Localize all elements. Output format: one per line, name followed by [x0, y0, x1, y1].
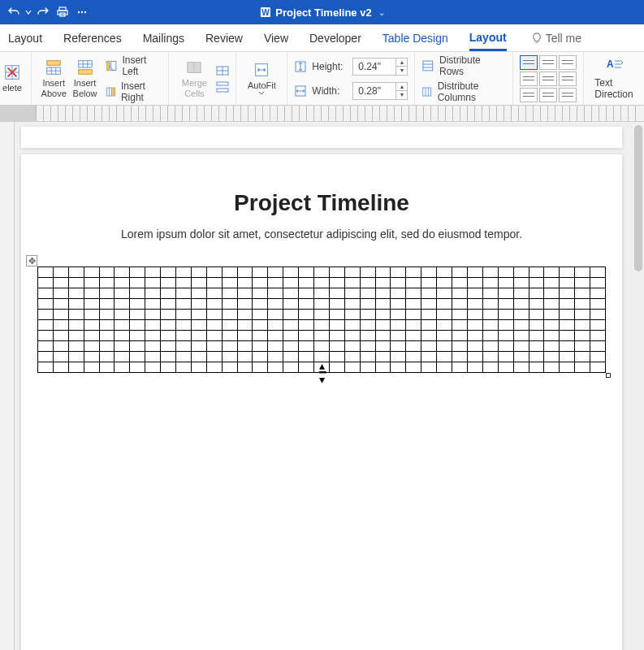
- table-cell[interactable]: [498, 288, 513, 299]
- table-cell[interactable]: [206, 299, 222, 310]
- table-cell[interactable]: [575, 278, 590, 288]
- table-cell[interactable]: [544, 288, 560, 299]
- table-cell[interactable]: [115, 310, 130, 320]
- table-cell[interactable]: [253, 267, 268, 278]
- table-cell[interactable]: [375, 341, 391, 352]
- table-cell[interactable]: [176, 320, 192, 331]
- table-cell[interactable]: [99, 320, 115, 331]
- table-cell[interactable]: [375, 362, 391, 373]
- table-cell[interactable]: [406, 331, 421, 341]
- table-cell[interactable]: [560, 299, 575, 310]
- table-cell[interactable]: [268, 310, 283, 320]
- table-cell[interactable]: [513, 320, 529, 331]
- table-cell[interactable]: [222, 288, 237, 299]
- table-cell[interactable]: [421, 362, 437, 373]
- table-cell[interactable]: [99, 331, 115, 341]
- table-cell[interactable]: [560, 278, 575, 288]
- table-cell[interactable]: [145, 352, 161, 362]
- table-cell[interactable]: [38, 267, 54, 278]
- table-cell[interactable]: [391, 310, 406, 320]
- table-cell[interactable]: [498, 331, 513, 341]
- table-cell[interactable]: [38, 341, 54, 352]
- table-cell[interactable]: [191, 310, 206, 320]
- table-cell[interactable]: [161, 341, 176, 352]
- tell-me-search[interactable]: Tell me: [531, 32, 581, 45]
- table-cell[interactable]: [176, 331, 192, 341]
- table-cell[interactable]: [360, 267, 375, 278]
- table-cell[interactable]: [513, 362, 529, 373]
- table-cell[interactable]: [529, 267, 544, 278]
- table-cell[interactable]: [145, 362, 161, 373]
- table-cell[interactable]: [344, 352, 360, 362]
- table-cell[interactable]: [299, 320, 314, 331]
- table-cell[interactable]: [237, 331, 253, 341]
- table-cell[interactable]: [467, 362, 482, 373]
- table-cell[interactable]: [176, 288, 192, 299]
- table-cell[interactable]: [53, 288, 68, 299]
- table-cell[interactable]: [222, 320, 237, 331]
- table-cell[interactable]: [467, 331, 482, 341]
- delete-button[interactable]: elete: [0, 54, 24, 103]
- table-cell[interactable]: [38, 299, 54, 310]
- table-cell[interactable]: [314, 320, 330, 331]
- table-cell[interactable]: [498, 267, 513, 278]
- table-cell[interactable]: [590, 362, 606, 373]
- table-cell[interactable]: [314, 288, 330, 299]
- table-cell[interactable]: [53, 310, 68, 320]
- table-cell[interactable]: [130, 310, 145, 320]
- table-cell[interactable]: [544, 352, 560, 362]
- table-cell[interactable]: [590, 310, 606, 320]
- more-commands-button[interactable]: [73, 3, 91, 21]
- table-cell[interactable]: [237, 362, 253, 373]
- redo-button[interactable]: [34, 3, 52, 21]
- table-cell[interactable]: [437, 331, 452, 341]
- table-cell[interactable]: [206, 331, 222, 341]
- table-cell[interactable]: [452, 267, 468, 278]
- table-cell[interactable]: [84, 278, 99, 288]
- document-title[interactable]: W Project Timeline v2 ⌄: [259, 6, 384, 19]
- table-cell[interactable]: [437, 310, 452, 320]
- table-cell[interactable]: [452, 278, 468, 288]
- table-cell[interactable]: [529, 352, 544, 362]
- table-cell[interactable]: [575, 331, 590, 341]
- table-cell[interactable]: [99, 288, 115, 299]
- table-cell[interactable]: [68, 352, 84, 362]
- table-cell[interactable]: [53, 341, 68, 352]
- table-cell[interactable]: [130, 278, 145, 288]
- table-cell[interactable]: [222, 278, 237, 288]
- table-cell[interactable]: [206, 288, 222, 299]
- table-cell[interactable]: [314, 341, 330, 352]
- table-cell[interactable]: [268, 278, 283, 288]
- table-cell[interactable]: [375, 267, 391, 278]
- table-cell[interactable]: [575, 288, 590, 299]
- table-cell[interactable]: [344, 267, 360, 278]
- table-cell[interactable]: [391, 288, 406, 299]
- table-cell[interactable]: [161, 288, 176, 299]
- table-cell[interactable]: [299, 331, 314, 341]
- table-cell[interactable]: [99, 278, 115, 288]
- table-cell[interactable]: [329, 288, 344, 299]
- table-cell[interactable]: [513, 310, 529, 320]
- table-cell[interactable]: [590, 278, 606, 288]
- table-cell[interactable]: [84, 288, 99, 299]
- table-cell[interactable]: [544, 299, 560, 310]
- table-cell[interactable]: [206, 310, 222, 320]
- table-cell[interactable]: [421, 331, 437, 341]
- table-cell[interactable]: [237, 310, 253, 320]
- table-cell[interactable]: [437, 352, 452, 362]
- table-cell[interactable]: [191, 362, 206, 373]
- table-cell[interactable]: [482, 341, 498, 352]
- table-cell[interactable]: [391, 299, 406, 310]
- undo-menu-button[interactable]: [24, 3, 32, 21]
- table-cell[interactable]: [299, 352, 314, 362]
- table-cell[interactable]: [437, 267, 452, 278]
- table-cell[interactable]: [498, 278, 513, 288]
- align-top-right[interactable]: [559, 55, 577, 70]
- table-cell[interactable]: [99, 310, 115, 320]
- tab-layout[interactable]: Layout: [8, 27, 42, 50]
- table-cell[interactable]: [99, 352, 115, 362]
- table-cell[interactable]: [437, 362, 452, 373]
- table-cell[interactable]: [53, 299, 68, 310]
- table-cell[interactable]: [145, 331, 161, 341]
- table-cell[interactable]: [452, 352, 468, 362]
